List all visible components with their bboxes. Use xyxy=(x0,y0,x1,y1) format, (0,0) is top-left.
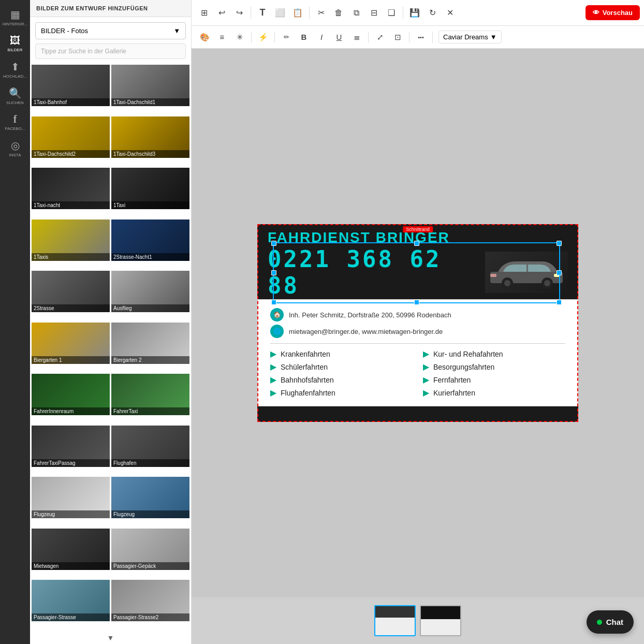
image-thumb-img8[interactable]: 2Strasse-Nacht1 xyxy=(111,219,189,261)
services-grid: ▶Krankenfahrten▶Kur- und Rehafahrten▶Sch… xyxy=(270,349,565,398)
redo-button[interactable]: ↪ xyxy=(231,5,247,21)
refresh-button[interactable]: ↻ xyxy=(424,5,441,21)
service-item: ▶Besorgungsfahrten xyxy=(423,362,565,372)
email-icon: 🌐 xyxy=(270,325,284,338)
insta-icon: ◎ xyxy=(11,139,20,152)
image-thumb-img10[interactable]: Ausflieg xyxy=(111,271,189,312)
grid-button[interactable]: ⊟ xyxy=(365,5,382,21)
font-chevron-icon: ▼ xyxy=(490,33,497,41)
font-selector[interactable]: Caviar Dreams ▼ xyxy=(438,31,502,43)
image-thumb-img3[interactable]: 1Taxi-Dachschild2 xyxy=(32,116,110,158)
sidebar-item-suchen[interactable]: 🔍 SUCHEN xyxy=(0,84,30,108)
chevron-down-icon: ▼ xyxy=(173,27,180,35)
image-label-img1: 1Taxi-Bahnhof xyxy=(32,98,110,106)
underline-button[interactable]: U xyxy=(331,30,347,45)
pen-button[interactable]: ✏ xyxy=(279,30,294,45)
undo-button[interactable]: ↩ xyxy=(213,5,230,21)
image-thumb-img9[interactable]: 2Strasse xyxy=(32,271,110,312)
service-item: ▶Fernfahrten xyxy=(423,375,565,385)
image-thumb-img2[interactable]: 1Taxi-Dachschild1 xyxy=(111,65,189,106)
color-button[interactable]: 🎨 xyxy=(197,30,212,45)
service-label: Krankenfahrten xyxy=(281,350,330,358)
service-item: ▶Schülerfahrten xyxy=(270,362,413,372)
scroll-down-arrow[interactable]: ▼ xyxy=(30,632,191,644)
more-button[interactable]: ••• xyxy=(413,30,429,45)
image-thumb-img16[interactable]: Flughafen xyxy=(111,426,189,467)
image-label-img15: FahrerTaxiPassag xyxy=(32,459,110,467)
effects-button[interactable]: ✳ xyxy=(232,30,247,45)
thumbnail-1-inner xyxy=(375,606,415,635)
layers-button[interactable]: ❑ xyxy=(383,5,400,21)
image-thumb-img6[interactable]: 1Taxi xyxy=(111,168,189,209)
service-label: Besorgungsfahrten xyxy=(433,363,494,371)
service-label: Fernfahrten xyxy=(433,376,471,384)
suchen-icon: 🔍 xyxy=(9,87,22,99)
image-label-img4: 1Taxi-Dachschild3 xyxy=(111,150,189,158)
sidebar-item-facebook[interactable]: f FACEBO... xyxy=(0,110,30,134)
save-button[interactable]: 💾 xyxy=(406,5,423,21)
italic-button[interactable]: I xyxy=(314,30,329,45)
image-panel-header: BILDER ZUM ENTWURF HINZUFÜGEN xyxy=(30,0,191,17)
text-button[interactable]: T xyxy=(254,5,271,21)
editor-area: ⊞ ↩ ↪ T ⬜ 📋 ✂ 🗑 ⧉ ⊟ ❑ 💾 ↻ ✕ 👁 Vorschau 🎨… xyxy=(192,0,644,644)
sidebar-item-bilder[interactable]: 🖼 BILDER xyxy=(0,32,30,55)
image-thumb-img18[interactable]: Flugzeug xyxy=(111,477,189,518)
chat-button[interactable]: Chat xyxy=(587,610,634,634)
service-item: ▶Kur- und Rehafahrten xyxy=(423,349,565,359)
delete-button[interactable]: 🗑 xyxy=(330,5,347,21)
sidebar-item-insta[interactable]: ◎ INSTA xyxy=(0,136,30,160)
svg-point-4 xyxy=(544,280,550,286)
align2-button[interactable]: ≣ xyxy=(349,30,364,45)
lightning-button[interactable]: ⚡ xyxy=(255,30,271,45)
service-item: ▶Krankenfahrten xyxy=(270,349,413,359)
image-thumb-img15[interactable]: FahrerTaxiPassag xyxy=(32,426,110,467)
schnittrand-label: Schnittrand xyxy=(403,226,433,232)
image-thumb-img17[interactable]: Flugzeug xyxy=(32,477,110,518)
email-text: mietwagen@bringer.de, www.mietwagen-brin… xyxy=(289,328,443,335)
image-label-img8: 2Strasse-Nacht1 xyxy=(111,253,189,261)
sidebar-item-hochlad[interactable]: ⬆ HOCHLAD... xyxy=(0,57,30,82)
close-button[interactable]: ✕ xyxy=(442,5,458,21)
eye-icon: 👁 xyxy=(593,9,599,17)
sidebar-item-hintergrund[interactable]: ▦ HINTERGR... xyxy=(0,5,30,30)
image-thumb-img1[interactable]: 1Taxi-Bahnhof xyxy=(32,65,110,106)
align-button[interactable]: ≡ xyxy=(214,30,230,45)
format-sep-1 xyxy=(251,32,252,43)
image-panel-dropdown[interactable]: BILDER - Fotos ▼ xyxy=(35,22,186,39)
image-thumb-img4[interactable]: 1Taxi-Dachschild3 xyxy=(111,116,189,158)
cut-button[interactable]: ✂ xyxy=(313,5,329,21)
service-arrow-icon: ▶ xyxy=(423,388,429,398)
image-thumb-img11[interactable]: Biergarten 1 xyxy=(32,323,110,364)
thumbnail-1[interactable] xyxy=(374,605,416,636)
canvas-area[interactable]: Schnittrand FAHRDIENST BRINGER 0221 368 … xyxy=(192,49,644,597)
format-sep-5 xyxy=(432,32,433,43)
image-label-img12: Biergarten 2 xyxy=(111,356,189,364)
crop-button[interactable]: ⊡ xyxy=(390,30,405,45)
bold-button[interactable]: B xyxy=(296,30,312,45)
image-thumb-img12[interactable]: Biergarten 2 xyxy=(111,323,189,364)
image-label-img7: 1Taxis xyxy=(32,253,110,261)
shape-button[interactable]: ⬜ xyxy=(272,5,288,21)
preview-button[interactable]: 👁 Vorschau xyxy=(586,5,640,20)
image-thumb-img21[interactable]: Passagier-Strasse xyxy=(32,580,110,621)
qr-code-button[interactable]: ⊞ xyxy=(196,5,212,21)
image-thumb-img13[interactable]: FahrerInnenraum xyxy=(32,374,110,415)
image-thumb-img20[interactable]: Passagier-Gepäck xyxy=(111,529,189,570)
image-thumb-img14[interactable]: FahrerTaxi xyxy=(111,374,189,415)
service-label: Kurierfahrten xyxy=(433,389,475,397)
sidebar-label-suchen: SUCHEN xyxy=(6,100,24,105)
image-thumb-img19[interactable]: Mietwagen xyxy=(32,529,110,570)
card-footer xyxy=(257,406,578,422)
image-thumb-img7[interactable]: 1Taxis xyxy=(32,219,110,261)
copy-button[interactable]: ⧉ xyxy=(348,5,364,21)
image-panel: BILDER ZUM ENTWURF HINZUFÜGEN BILDER - F… xyxy=(30,0,192,644)
clipboard-button[interactable]: 📋 xyxy=(289,5,306,21)
image-thumb-img5[interactable]: 1Taxi-nacht xyxy=(32,168,110,209)
car-image xyxy=(485,252,568,293)
sidebar-label-insta: INSTA xyxy=(9,153,21,157)
address-text: Inh. Peter Schmitz, Dorfstraße 200, 5099… xyxy=(289,311,451,319)
resize-button[interactable]: ⤢ xyxy=(372,30,388,45)
service-arrow-icon: ▶ xyxy=(270,388,276,398)
thumbnail-2[interactable] xyxy=(420,605,461,636)
image-thumb-img22[interactable]: Passagier-Strasse2 xyxy=(111,580,189,621)
